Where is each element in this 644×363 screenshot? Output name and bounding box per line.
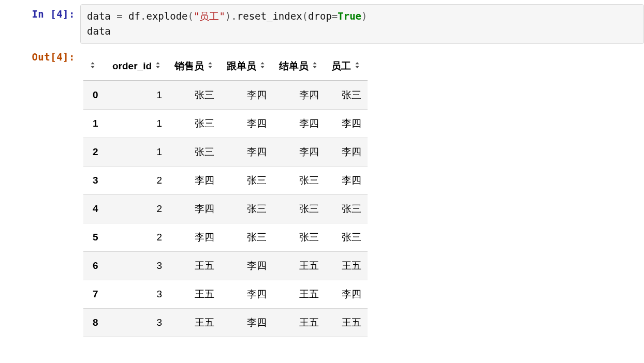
dataframe-cell: 张三 [221,223,273,251]
dataframe-cell: 李四 [325,138,368,166]
dataframe-col-header[interactable]: order_id [106,52,168,81]
dataframe-cell: 王五 [325,308,368,337]
dataframe-cell: 王五 [168,251,221,280]
dataframe-cell: 3 [106,280,168,308]
dataframe-cell: 李四 [273,81,325,110]
dataframe-row-index: 8 [83,308,106,337]
dataframe-col-header[interactable]: 结单员 [273,52,325,81]
dataframe-row-index: 3 [83,166,106,194]
svg-marker-9 [313,66,317,68]
table-row: 42李四张三张三张三 [83,194,368,223]
dataframe-cell: 张三 [273,223,325,251]
dataframe-cell: 2 [106,166,168,194]
dataframe-cell: 王五 [168,308,221,337]
code-block[interactable]: data = df.explode("员工").reset_index(drop… [87,9,637,39]
output-prompt: Out[4]: [0,47,80,63]
dataframe-col-header[interactable]: 员工 [325,52,368,81]
code-token: "员工" [194,10,225,22]
table-row: 11张三李四李四李四 [83,109,368,138]
code-token: = [116,10,122,22]
dataframe-cell: 3 [106,308,168,337]
code-token: ( [302,10,308,22]
dataframe-index-header[interactable] [83,52,106,81]
dataframe-cell: 李四 [221,280,273,308]
dataframe-row-index: 5 [83,223,106,251]
code-token: df [123,10,140,22]
svg-marker-1 [91,66,95,68]
code-token: = [332,10,338,22]
dataframe-cell: 李四 [168,223,221,251]
code-token: ) [361,10,367,22]
dataframe-row-index: 2 [83,138,106,166]
dataframe-cell: 王五 [273,251,325,280]
dataframe-table: order_id 销售员 跟单员 结单员 员工 01张三李四李四张三11张三李四… [83,52,368,337]
input-cell: In [4]: data = df.explode("员工").reset_in… [0,4,644,44]
dataframe-body: 01张三李四李四张三11张三李四李四李四21张三李四李四李四32李四张三张三李四… [83,81,368,337]
svg-marker-2 [156,62,160,64]
dataframe-cell: 李四 [168,166,221,194]
sort-icon[interactable] [312,62,319,69]
code-token: data [87,25,111,37]
dataframe-col-header[interactable]: 跟单员 [221,52,273,81]
svg-marker-4 [209,62,212,64]
dataframe-cell: 张三 [273,194,325,223]
dataframe-cell: 张三 [273,166,325,194]
svg-marker-7 [261,66,265,68]
code-cell[interactable]: data = df.explode("员工").reset_index(drop… [80,4,644,44]
table-row: 52李四张三张三张三 [83,223,368,251]
dataframe-cell: 张三 [168,109,221,138]
output-cell: Out[4]: order_id 销售员 跟单员 结单员 员工 01张三李四李四… [0,47,644,337]
code-token: drop [308,10,332,22]
dataframe-cell: 2 [106,223,168,251]
dataframe-cell: 1 [106,138,168,166]
dataframe-output: order_id 销售员 跟单员 结单员 员工 01张三李四李四张三11张三李四… [80,47,644,337]
sort-icon[interactable] [90,62,97,69]
code-token: True [338,10,361,22]
svg-marker-10 [356,62,359,64]
code-token: . [140,10,146,22]
dataframe-cell: 张三 [325,223,368,251]
code-token: explode [146,10,187,22]
svg-marker-5 [209,66,212,68]
dataframe-col-label: order_id [112,61,152,71]
code-token: reset_index [237,10,302,22]
table-row: 21张三李四李四李四 [83,138,368,166]
sort-icon[interactable] [259,62,267,69]
dataframe-cell: 李四 [168,194,221,223]
dataframe-cell: 王五 [273,280,325,308]
dataframe-cell: 张三 [168,81,221,110]
notebook: In [4]: data = df.explode("员工").reset_in… [0,0,644,356]
table-row: 63王五李四王五王五 [83,251,368,280]
dataframe-cell: 2 [106,194,168,223]
dataframe-cell: 李四 [325,109,368,138]
dataframe-cell: 李四 [273,138,325,166]
svg-marker-11 [356,66,359,68]
code-token: ) [225,10,231,22]
input-prompt: In [4]: [0,4,80,20]
dataframe-cell: 李四 [221,308,273,337]
sort-icon[interactable] [207,62,214,69]
dataframe-cell: 李四 [273,109,325,138]
sort-icon[interactable] [354,62,361,69]
dataframe-cell: 李四 [221,81,273,110]
dataframe-cell: 王五 [168,280,221,308]
dataframe-cell: 李四 [221,138,273,166]
svg-marker-8 [313,62,317,64]
dataframe-col-label: 结单员 [279,61,309,71]
svg-marker-3 [156,66,160,68]
sort-icon[interactable] [155,62,162,69]
dataframe-cell: 张三 [221,166,273,194]
dataframe-cell: 李四 [325,166,368,194]
dataframe-col-label: 员工 [331,61,351,71]
dataframe-header-row: order_id 销售员 跟单员 结单员 员工 [83,52,368,81]
dataframe-cell: 王五 [273,308,325,337]
dataframe-row-index: 4 [83,194,106,223]
table-row: 32李四张三张三李四 [83,166,368,194]
dataframe-cell: 1 [106,109,168,138]
dataframe-col-header[interactable]: 销售员 [168,52,221,81]
dataframe-cell: 1 [106,81,168,110]
dataframe-col-label: 跟单员 [227,61,256,71]
code-token: data [87,10,116,22]
dataframe-row-index: 6 [83,251,106,280]
dataframe-cell: 张三 [325,81,368,110]
